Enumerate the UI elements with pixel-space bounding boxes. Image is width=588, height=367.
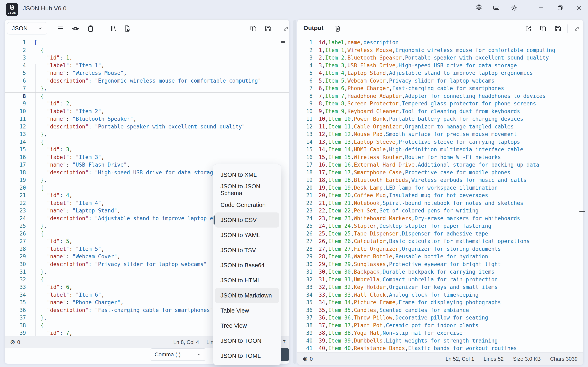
menu-item-json-to-json-schema[interactable]: JSON to JSON Schema — [215, 182, 279, 197]
line-number: 19 — [297, 176, 312, 184]
csv-output-editor[interactable]: 1id,label,name,description21,Item 1,Wire… — [297, 37, 583, 352]
minimize-icon[interactable] — [537, 4, 545, 12]
line-number: 26 — [5, 230, 26, 238]
menu-item-json-to-base64[interactable]: JSON to Base64 — [215, 258, 279, 273]
maximize-icon[interactable] — [556, 4, 564, 12]
menu-item-json-to-toon[interactable]: JSON to TOON — [215, 333, 279, 348]
csv-line: 3130,Item 30,Backpack,Durable backpack f… — [297, 268, 583, 276]
code-text: 33,Item 33,Wall Clock,Analog clock for t… — [312, 291, 479, 299]
line-number: 25 — [297, 222, 312, 230]
menu-item-json-to-xml[interactable]: JSON to XML — [215, 167, 279, 182]
compact-icon[interactable] — [71, 25, 79, 33]
menu-item-json-to-tsv[interactable]: JSON to TSV — [215, 243, 279, 258]
line-number: 14 — [5, 138, 26, 146]
menu-item-json-to-markdown[interactable]: JSON to Markdown — [215, 288, 279, 303]
paste-icon[interactable] — [86, 25, 95, 33]
menu-item-code-generation[interactable]: Code Generation — [215, 197, 279, 212]
line-number: 2 — [297, 47, 312, 54]
csv-line: 3231,Item 31,Umbrella,Compact umbrella f… — [297, 276, 583, 284]
line-number: 9 — [5, 100, 26, 108]
menu-item-table-view[interactable]: Table View — [215, 303, 279, 318]
line-number: 1 — [297, 39, 312, 47]
columns-icon[interactable] — [109, 25, 117, 33]
menu-item-label: JSON to XML — [221, 171, 257, 178]
code-line: 12 "description": "Portable speaker with… — [5, 123, 289, 131]
line-number: 39 — [5, 329, 26, 336]
copy-icon[interactable] — [249, 25, 258, 33]
app-logo-text: JSON — [8, 11, 17, 14]
code-text: "id": 7, — [26, 329, 72, 336]
trash-icon[interactable] — [334, 25, 342, 33]
code-text: "label": "Item 1", — [26, 62, 104, 69]
share-icon[interactable] — [524, 25, 532, 33]
csv-line: 3837,Item 37,Plant Pot,Ceramic pot for i… — [297, 322, 583, 329]
expand-icon[interactable] — [282, 25, 290, 33]
format-select-value: JSON — [12, 25, 27, 32]
code-text: "label": "Item 6", — [26, 291, 104, 299]
line-number: 18 — [297, 169, 312, 176]
save-icon[interactable] — [264, 25, 272, 33]
csv-line: 98,Item 8,Screen Protector,Tempered glas… — [297, 100, 583, 108]
code-text: { — [26, 230, 44, 238]
theme-sun-icon[interactable] — [510, 4, 518, 12]
settings-gear-icon[interactable] — [475, 4, 483, 12]
line-number: 14 — [297, 138, 312, 146]
line-number: 17 — [297, 161, 312, 169]
line-number: 20 — [297, 184, 312, 192]
code-text: 36,Item 36,Throw Pillow,Decorative pillo… — [312, 314, 488, 322]
csv-line: 87,Item 7,Headphone Adapter,Adapter for … — [297, 92, 583, 100]
line-number: 8 — [297, 92, 312, 100]
code-text: }, — [26, 314, 47, 322]
code-line: 1[ — [5, 39, 289, 47]
file-export-icon[interactable] — [123, 25, 131, 33]
menu-item-label: JSON to YAML — [221, 232, 260, 239]
panel-resize-handle[interactable] — [293, 20, 296, 364]
line-number: 38 — [297, 322, 312, 329]
code-text: }, — [26, 222, 47, 230]
chevron-down-icon — [38, 26, 43, 31]
line-number: 27 — [297, 238, 312, 245]
line-number: 41 — [297, 345, 312, 352]
csv-line: 1817,Item 17,Smartphone Case,Protective … — [297, 169, 583, 176]
close-icon[interactable] — [575, 4, 583, 12]
copy-icon[interactable] — [539, 25, 547, 33]
csv-line: 4039,Item 39,Dumbbells,Light weights for… — [297, 337, 583, 345]
editor-scrollbar-thumb[interactable] — [281, 41, 285, 43]
menu-item-tree-view[interactable]: Tree View — [215, 318, 279, 333]
code-text: 24,Item 24,Stapler,Desktop stapler for p… — [312, 222, 491, 230]
format-align-icon[interactable] — [57, 25, 65, 33]
menu-item-label: Tree View — [221, 322, 247, 329]
code-text: { — [26, 322, 44, 329]
cursor-position: Ln 8, Col 4 — [173, 339, 199, 345]
csv-line: 1413,Item 13,Laptop Sleeve,Protective sl… — [297, 138, 583, 146]
code-text: 34,Item 34,Picture Frame,Frame for displ… — [312, 299, 501, 307]
code-text: 23,Item 23,Whiteboard Markers,Dry-erase … — [312, 215, 520, 222]
menu-item-json-to-csv[interactable]: JSON to CSV — [215, 212, 279, 227]
code-text: 38,Item 38,Yoga Mat,Non-slip mat for exe… — [312, 329, 462, 337]
format-select[interactable]: JSON — [7, 22, 47, 34]
line-number: 2 — [5, 47, 26, 54]
status-fragment: 7 — [283, 339, 286, 345]
toolbar-divider — [101, 25, 101, 33]
csv-line: 2322,Item 22,Pen Set,Set of colored pens… — [297, 207, 583, 215]
code-line: 14 { — [5, 138, 289, 146]
line-number: 28 — [5, 245, 26, 253]
code-text: 2,Item 2,Bluetooth Speaker,Portable spea… — [312, 54, 549, 62]
code-text: "label": "Item 5", — [26, 245, 104, 253]
save-icon[interactable] — [554, 25, 562, 33]
line-number: 15 — [5, 146, 26, 154]
menu-item-json-to-yaml[interactable]: JSON to YAML — [215, 227, 279, 243]
editor-scrollbar-thumb[interactable] — [579, 211, 585, 212]
code-text: "id": 5, — [26, 238, 72, 245]
code-text: 18,Item 18,Bluetooth Earbuds,Wireless ea… — [312, 176, 527, 184]
menu-item-json-to-html[interactable]: JSON to HTML — [215, 273, 279, 288]
expand-icon[interactable] — [572, 25, 581, 33]
code-text: "name": "Bluetooth Speaker", — [26, 115, 136, 123]
selected-indicator — [214, 216, 215, 225]
line-number: 32 — [5, 276, 26, 284]
line-number: 35 — [297, 299, 312, 307]
keyboard-icon[interactable] — [493, 4, 500, 12]
code-text: 5,Item 5,Webcam Cover,Privacy slider for… — [312, 77, 494, 85]
menu-item-json-to-toml[interactable]: JSON to TOML — [215, 348, 279, 363]
delimiter-select[interactable]: Comma (,) — [150, 349, 206, 361]
